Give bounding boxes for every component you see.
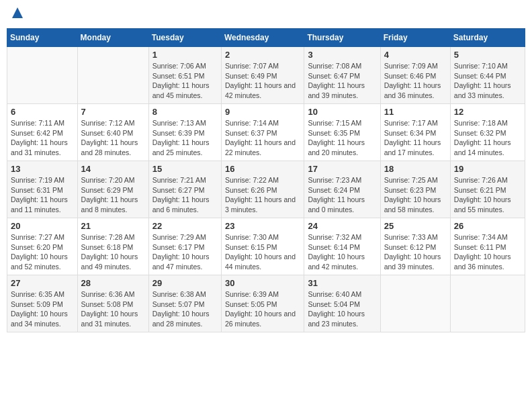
calendar-cell: 19Sunrise: 7:26 AM Sunset: 6:21 PM Dayli… bbox=[450, 161, 525, 218]
day-number: 8 bbox=[152, 107, 218, 117]
day-info: Sunrise: 6:35 AM Sunset: 5:09 PM Dayligh… bbox=[11, 289, 74, 329]
day-info: Sunrise: 7:29 AM Sunset: 6:17 PM Dayligh… bbox=[152, 232, 218, 272]
calendar-cell: 8Sunrise: 7:13 AM Sunset: 6:39 PM Daylig… bbox=[148, 104, 221, 161]
day-info: Sunrise: 7:22 AM Sunset: 6:26 PM Dayligh… bbox=[225, 175, 300, 215]
day-number: 10 bbox=[308, 107, 376, 117]
header-day-monday: Monday bbox=[77, 29, 148, 47]
day-number: 27 bbox=[11, 278, 74, 288]
calendar-cell bbox=[380, 275, 450, 332]
day-info: Sunrise: 7:30 AM Sunset: 6:15 PM Dayligh… bbox=[225, 232, 300, 272]
calendar-cell: 11Sunrise: 7:17 AM Sunset: 6:34 PM Dayli… bbox=[380, 104, 450, 161]
day-number: 3 bbox=[308, 50, 376, 60]
day-info: Sunrise: 7:15 AM Sunset: 6:35 PM Dayligh… bbox=[308, 118, 376, 158]
day-number: 21 bbox=[81, 221, 145, 231]
day-info: Sunrise: 7:26 AM Sunset: 6:21 PM Dayligh… bbox=[454, 175, 521, 215]
day-number: 28 bbox=[81, 278, 145, 288]
week-row-2: 6Sunrise: 7:11 AM Sunset: 6:42 PM Daylig… bbox=[7, 104, 525, 161]
day-info: Sunrise: 7:07 AM Sunset: 6:49 PM Dayligh… bbox=[225, 61, 300, 101]
day-number: 18 bbox=[384, 164, 447, 174]
calendar-cell: 7Sunrise: 7:12 AM Sunset: 6:40 PM Daylig… bbox=[77, 104, 148, 161]
day-number: 24 bbox=[308, 221, 376, 231]
calendar-cell: 23Sunrise: 7:30 AM Sunset: 6:15 PM Dayli… bbox=[221, 218, 304, 275]
day-number: 26 bbox=[454, 221, 521, 231]
calendar-cell: 15Sunrise: 7:21 AM Sunset: 6:27 PM Dayli… bbox=[148, 161, 221, 218]
calendar-cell: 12Sunrise: 7:18 AM Sunset: 6:32 PM Dayli… bbox=[450, 104, 525, 161]
day-number: 25 bbox=[384, 221, 447, 231]
calendar-body: 1Sunrise: 7:06 AM Sunset: 6:51 PM Daylig… bbox=[7, 47, 525, 332]
day-number: 13 bbox=[11, 164, 74, 174]
day-info: Sunrise: 7:09 AM Sunset: 6:46 PM Dayligh… bbox=[384, 61, 447, 101]
week-row-4: 20Sunrise: 7:27 AM Sunset: 6:20 PM Dayli… bbox=[7, 218, 525, 275]
day-number: 19 bbox=[454, 164, 521, 174]
day-number: 20 bbox=[11, 221, 74, 231]
svg-marker-0 bbox=[12, 7, 23, 18]
day-info: Sunrise: 7:10 AM Sunset: 6:44 PM Dayligh… bbox=[454, 61, 521, 101]
calendar-cell: 25Sunrise: 7:33 AM Sunset: 6:12 PM Dayli… bbox=[380, 218, 450, 275]
header-day-saturday: Saturday bbox=[450, 29, 525, 47]
calendar-cell: 5Sunrise: 7:10 AM Sunset: 6:44 PM Daylig… bbox=[450, 47, 525, 104]
calendar-cell: 2Sunrise: 7:07 AM Sunset: 6:49 PM Daylig… bbox=[221, 47, 304, 104]
day-info: Sunrise: 7:18 AM Sunset: 6:32 PM Dayligh… bbox=[454, 118, 521, 158]
header-day-thursday: Thursday bbox=[304, 29, 380, 47]
day-info: Sunrise: 6:39 AM Sunset: 5:05 PM Dayligh… bbox=[225, 289, 300, 329]
day-number: 4 bbox=[384, 50, 447, 60]
day-number: 6 bbox=[11, 107, 74, 117]
week-row-3: 13Sunrise: 7:19 AM Sunset: 6:31 PM Dayli… bbox=[7, 161, 525, 218]
header-row: SundayMondayTuesdayWednesdayThursdayFrid… bbox=[7, 29, 525, 47]
day-number: 12 bbox=[454, 107, 521, 117]
calendar-cell: 27Sunrise: 6:35 AM Sunset: 5:09 PM Dayli… bbox=[7, 275, 78, 332]
header-day-sunday: Sunday bbox=[7, 29, 78, 47]
calendar-cell: 6Sunrise: 7:11 AM Sunset: 6:42 PM Daylig… bbox=[7, 104, 78, 161]
calendar-cell: 28Sunrise: 6:36 AM Sunset: 5:08 PM Dayli… bbox=[77, 275, 148, 332]
logo-triangle-icon bbox=[11, 7, 24, 21]
calendar-cell: 18Sunrise: 7:25 AM Sunset: 6:23 PM Dayli… bbox=[380, 161, 450, 218]
calendar-cell bbox=[7, 47, 78, 104]
day-info: Sunrise: 7:17 AM Sunset: 6:34 PM Dayligh… bbox=[384, 118, 447, 158]
calendar-table: SundayMondayTuesdayWednesdayThursdayFrid… bbox=[7, 28, 525, 332]
day-info: Sunrise: 7:34 AM Sunset: 6:11 PM Dayligh… bbox=[454, 232, 521, 272]
day-number: 11 bbox=[384, 107, 447, 117]
day-number: 9 bbox=[225, 107, 300, 117]
calendar-cell: 14Sunrise: 7:20 AM Sunset: 6:29 PM Dayli… bbox=[77, 161, 148, 218]
calendar-cell: 3Sunrise: 7:08 AM Sunset: 6:47 PM Daylig… bbox=[304, 47, 380, 104]
page-header bbox=[7, 7, 525, 21]
day-number: 2 bbox=[225, 50, 300, 60]
calendar-cell: 20Sunrise: 7:27 AM Sunset: 6:20 PM Dayli… bbox=[7, 218, 78, 275]
calendar-cell: 26Sunrise: 7:34 AM Sunset: 6:11 PM Dayli… bbox=[450, 218, 525, 275]
calendar-cell: 1Sunrise: 7:06 AM Sunset: 6:51 PM Daylig… bbox=[148, 47, 221, 104]
day-info: Sunrise: 7:27 AM Sunset: 6:20 PM Dayligh… bbox=[11, 232, 74, 272]
calendar-cell: 31Sunrise: 6:40 AM Sunset: 5:04 PM Dayli… bbox=[304, 275, 380, 332]
logo bbox=[10, 7, 24, 21]
day-number: 1 bbox=[152, 50, 218, 60]
day-info: Sunrise: 7:19 AM Sunset: 6:31 PM Dayligh… bbox=[11, 175, 74, 215]
day-number: 23 bbox=[225, 221, 300, 231]
week-row-5: 27Sunrise: 6:35 AM Sunset: 5:09 PM Dayli… bbox=[7, 275, 525, 332]
day-number: 29 bbox=[152, 278, 218, 288]
day-info: Sunrise: 7:20 AM Sunset: 6:29 PM Dayligh… bbox=[81, 175, 145, 215]
day-info: Sunrise: 7:08 AM Sunset: 6:47 PM Dayligh… bbox=[308, 61, 376, 101]
calendar-cell: 9Sunrise: 7:14 AM Sunset: 6:37 PM Daylig… bbox=[221, 104, 304, 161]
header-day-friday: Friday bbox=[380, 29, 450, 47]
calendar-cell: 13Sunrise: 7:19 AM Sunset: 6:31 PM Dayli… bbox=[7, 161, 78, 218]
day-info: Sunrise: 7:14 AM Sunset: 6:37 PM Dayligh… bbox=[225, 118, 300, 158]
day-info: Sunrise: 6:36 AM Sunset: 5:08 PM Dayligh… bbox=[81, 289, 145, 329]
day-number: 5 bbox=[454, 50, 521, 60]
day-info: Sunrise: 7:33 AM Sunset: 6:12 PM Dayligh… bbox=[384, 232, 447, 272]
day-number: 17 bbox=[308, 164, 376, 174]
calendar-cell: 22Sunrise: 7:29 AM Sunset: 6:17 PM Dayli… bbox=[148, 218, 221, 275]
week-row-1: 1Sunrise: 7:06 AM Sunset: 6:51 PM Daylig… bbox=[7, 47, 525, 104]
day-info: Sunrise: 6:40 AM Sunset: 5:04 PM Dayligh… bbox=[308, 289, 376, 329]
day-info: Sunrise: 7:28 AM Sunset: 6:18 PM Dayligh… bbox=[81, 232, 145, 272]
day-number: 22 bbox=[152, 221, 218, 231]
calendar-header: SundayMondayTuesdayWednesdayThursdayFrid… bbox=[7, 29, 525, 47]
day-info: Sunrise: 7:11 AM Sunset: 6:42 PM Dayligh… bbox=[11, 118, 74, 158]
calendar-cell: 4Sunrise: 7:09 AM Sunset: 6:46 PM Daylig… bbox=[380, 47, 450, 104]
calendar-cell: 24Sunrise: 7:32 AM Sunset: 6:14 PM Dayli… bbox=[304, 218, 380, 275]
calendar-cell: 21Sunrise: 7:28 AM Sunset: 6:18 PM Dayli… bbox=[77, 218, 148, 275]
day-number: 16 bbox=[225, 164, 300, 174]
day-info: Sunrise: 7:23 AM Sunset: 6:24 PM Dayligh… bbox=[308, 175, 376, 215]
header-day-wednesday: Wednesday bbox=[221, 29, 304, 47]
day-number: 30 bbox=[225, 278, 300, 288]
calendar-cell bbox=[77, 47, 148, 104]
calendar-cell: 17Sunrise: 7:23 AM Sunset: 6:24 PM Dayli… bbox=[304, 161, 380, 218]
